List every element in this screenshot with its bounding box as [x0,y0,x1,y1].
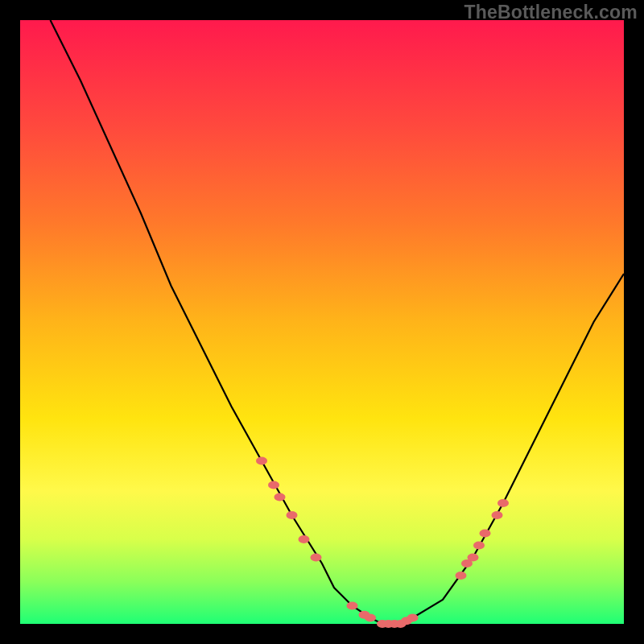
highlight-dot [497,499,509,507]
highlight-dot [407,614,419,622]
highlight-dot [456,572,467,580]
highlight-dot [275,493,286,502]
chart-frame: TheBottleneck.com [0,0,644,644]
curve-layer [20,20,624,624]
highlight-dots [256,457,509,629]
highlight-dot [256,457,267,465]
highlight-dot [268,481,279,489]
watermark-text: TheBottleneck.com [464,2,638,23]
highlight-dot [492,511,503,519]
highlight-dot [347,602,358,610]
highlight-dot [287,511,298,519]
highlight-dot [480,530,491,538]
bottleneck-curve [51,20,625,624]
highlight-dot [311,554,322,562]
highlight-dot [473,542,485,550]
highlight-dot [365,614,376,622]
highlight-dot [299,535,310,543]
highlight-dot [468,554,479,562]
